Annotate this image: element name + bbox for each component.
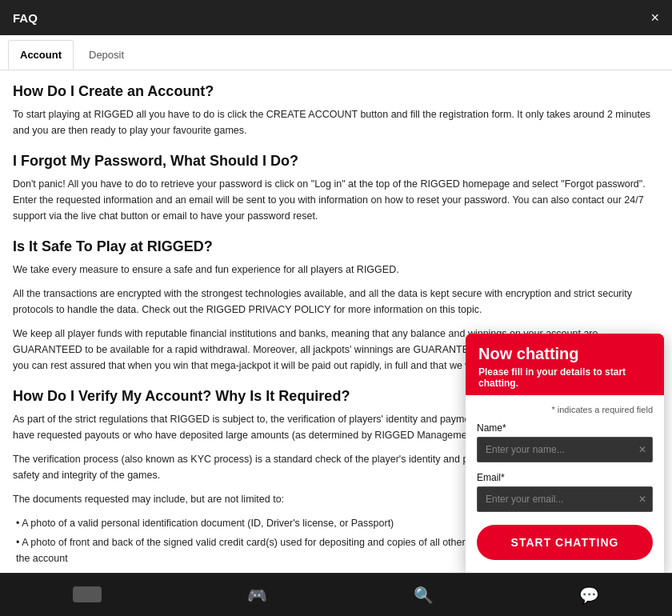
- chat-widget: Now chatting Please fill in your details…: [466, 334, 664, 573]
- header: FAQ ×: [0, 0, 672, 35]
- start-chatting-button[interactable]: START CHATTING: [477, 525, 653, 560]
- chat-required-note: * indicates a required field: [477, 405, 653, 414]
- chat-name-clear-icon[interactable]: ✕: [638, 444, 646, 455]
- tab-bar: Account Deposit: [0, 35, 672, 70]
- close-button[interactable]: ×: [650, 10, 659, 25]
- faq-text-1-1: To start playing at RIGGED all you have …: [13, 106, 659, 138]
- faq-title-1: How Do I Create an Account?: [13, 83, 659, 100]
- chat-header: Now chatting Please fill in your details…: [466, 334, 664, 395]
- chat-name-label: Name*: [477, 422, 653, 434]
- chat-subtitle: Please fill in your details to start cha…: [478, 366, 651, 389]
- chat-name-wrapper: ✕: [477, 437, 653, 462]
- chat-email-label: Email*: [477, 472, 653, 483]
- chat-body: * indicates a required field Name* ✕ Ema…: [466, 395, 664, 573]
- chat-email-clear-icon[interactable]: ✕: [638, 494, 646, 505]
- user-avatar: [73, 586, 102, 602]
- main-content: Account Deposit How Do I Create an Accou…: [0, 35, 672, 573]
- faq-title-3: Is It Safe To Play at RIGGED?: [13, 238, 659, 255]
- chat-email-wrapper: ✕: [477, 486, 653, 512]
- faq-text-3-1: We take every measure to ensure a safe a…: [13, 262, 659, 278]
- tab-account[interactable]: Account: [8, 40, 74, 70]
- chat-email-input[interactable]: [477, 486, 653, 512]
- chat-icon: 💬: [579, 586, 599, 605]
- nav-item-chat[interactable]: 💬: [579, 586, 599, 605]
- faq-text-3-2: All the transactions are encrypted with …: [13, 286, 659, 318]
- faq-text-2-1: Don't panic! All you have to do to retri…: [13, 176, 659, 224]
- nav-item-search[interactable]: 🔍: [414, 586, 434, 605]
- nav-item-user[interactable]: [73, 586, 102, 604]
- chat-name-input[interactable]: [477, 437, 653, 462]
- chat-title: Now chatting: [478, 345, 651, 363]
- nav-item-games[interactable]: 🎮: [247, 586, 267, 605]
- search-icon: 🔍: [414, 586, 434, 605]
- bottom-nav: 🎮 🔍 💬: [0, 573, 672, 616]
- faq-title-2: I Forgot My Password, What Should I Do?: [13, 153, 659, 170]
- games-icon: 🎮: [247, 586, 267, 605]
- tab-deposit[interactable]: Deposit: [77, 40, 136, 70]
- header-title: FAQ: [13, 11, 38, 25]
